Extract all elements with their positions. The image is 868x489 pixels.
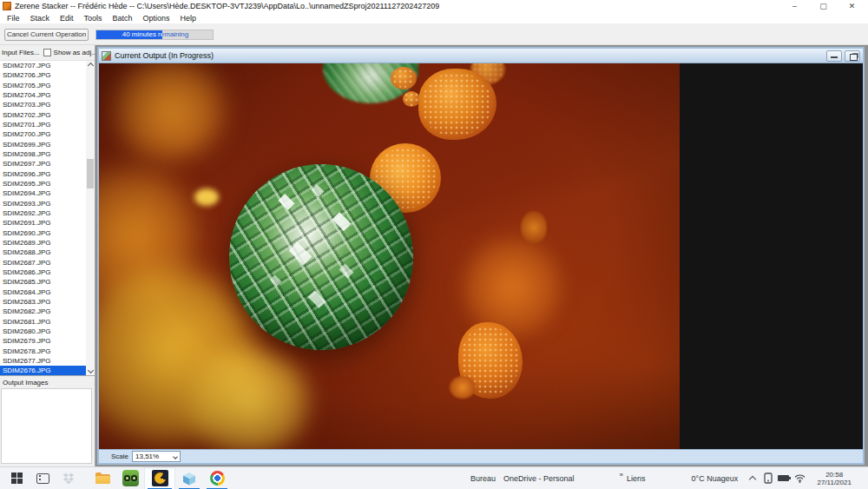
list-item[interactable]: SDIM2705.JPG [0, 81, 95, 90]
scrollbar-thumb[interactable] [87, 159, 94, 188]
taskbar-cube-app-button[interactable] [175, 467, 203, 489]
minimize-button[interactable]: – [780, 0, 809, 12]
list-item[interactable]: SDIM2683.JPG [0, 297, 95, 307]
show-as-adjusted-label: Show as adj... [54, 49, 97, 56]
tray-date: 27/11/2021 [817, 479, 851, 486]
photo-bokeh-blob [104, 63, 234, 161]
binoculars-app-icon [122, 470, 139, 486]
list-item[interactable]: SDIM2678.JPG [0, 347, 95, 356]
your-phone-tray-button[interactable] [760, 467, 775, 489]
phone-icon [764, 472, 773, 484]
toolbar-overflow-chevron[interactable]: » [620, 471, 623, 479]
output-images-list[interactable] [1, 388, 92, 464]
scroll-down-icon[interactable] [86, 367, 95, 375]
input-files-header: Input Files... Show as adj... [0, 45, 95, 60]
list-item[interactable]: SDIM2682.JPG [0, 307, 95, 316]
list-item[interactable]: SDIM2679.JPG [0, 336, 95, 346]
list-item[interactable]: SDIM2706.JPG [0, 70, 95, 80]
photo-orange-cluster [418, 69, 496, 140]
weather-text[interactable]: 0°C Nuageux [692, 474, 739, 483]
list-item[interactable]: SDIM2686.JPG [0, 268, 95, 277]
current-output-titlebar[interactable]: Current Output (In Progress) [99, 49, 863, 63]
list-item[interactable]: SDIM2694.JPG [0, 188, 95, 198]
title-bar: Zerene Stacker -- Frédéric Hède -- C:\Us… [0, 0, 868, 12]
photo-orange-nodule [403, 91, 420, 107]
taskbar-media-app-button[interactable] [30, 467, 56, 489]
cancel-current-operation-button[interactable]: Cancel Current Operation [4, 29, 89, 41]
battery-tray-button[interactable] [775, 467, 792, 489]
input-file-list[interactable]: SDIM2707.JPGSDIM2706.JPGSDIM2705.JPGSDIM… [0, 60, 95, 375]
menu-item-help[interactable]: Help [175, 12, 202, 24]
list-item[interactable]: SDIM2699.JPG [0, 140, 95, 149]
tray-time: 20:58 [817, 471, 851, 479]
list-item[interactable]: SDIM2693.JPG [0, 199, 95, 208]
chevron-down-icon [173, 454, 178, 459]
taskbar-file-explorer-button[interactable] [89, 467, 116, 489]
list-item[interactable]: SDIM2691.JPG [0, 218, 95, 228]
list-item[interactable]: SDIM2685.JPG [0, 277, 95, 287]
list-item[interactable]: SDIM2698.JPG [0, 149, 95, 159]
close-button[interactable]: ✕ [838, 0, 866, 12]
list-item[interactable]: SDIM2695.JPG [0, 179, 95, 188]
zerene-stacker-icon [152, 470, 168, 486]
network-tray-button[interactable] [792, 467, 808, 489]
wifi-icon [794, 473, 806, 483]
list-item[interactable]: SDIM2696.JPG [0, 169, 95, 179]
photo-bokeh-blob [194, 188, 219, 206]
list-item[interactable]: SDIM2676.JPG [0, 366, 95, 375]
onedrive-label[interactable]: OneDrive - Personal [503, 474, 575, 483]
menu-item-file[interactable]: File [2, 12, 25, 24]
action-center-button[interactable] [862, 467, 868, 489]
input-files-panel: Input Files... Show as adj... SDIM2707.J… [0, 45, 95, 466]
list-item[interactable]: SDIM2703.JPG [0, 100, 95, 109]
menu-item-batch[interactable]: Batch [108, 12, 138, 24]
list-item[interactable]: SDIM2704.JPG [0, 90, 95, 100]
list-item[interactable]: SDIM2688.JPG [0, 248, 95, 257]
list-item[interactable]: SDIM2701.JPG [0, 120, 95, 129]
child-restore-button[interactable] [845, 50, 860, 62]
list-item[interactable]: SDIM2692.JPG [0, 208, 95, 218]
bureau-toolbar[interactable]: Bureau [470, 474, 496, 483]
taskbar-chrome-button[interactable] [203, 467, 231, 489]
list-item[interactable]: SDIM2702.JPG [0, 110, 95, 120]
toolbar: Cancel Current Operation 40 minutes rema… [0, 24, 868, 45]
list-item[interactable]: SDIM2690.JPG [0, 228, 95, 238]
hidden-icons-button[interactable] [745, 467, 760, 489]
menu-item-tools[interactable]: Tools [79, 12, 108, 24]
scale-select[interactable]: 13,51% [132, 451, 181, 462]
window-title: Zerene Stacker -- Frédéric Hède -- C:\Us… [15, 2, 439, 10]
scrollbar-track[interactable] [86, 69, 95, 367]
list-item[interactable]: SDIM2687.JPG [0, 258, 95, 268]
list-item[interactable]: SDIM2689.JPG [0, 238, 95, 248]
taskbar-dropbox-button[interactable] [56, 467, 82, 489]
list-item[interactable]: SDIM2677.JPG [0, 356, 95, 366]
taskbar: Bureau OneDrive - Personal » Liens 0°C N… [0, 466, 868, 489]
list-item[interactable]: SDIM2680.JPG [0, 327, 95, 336]
taskbar-binoculars-app-button[interactable] [116, 467, 144, 489]
menu-bar: FileStackEditToolsBatchOptionsHelp [0, 12, 868, 24]
windows-logo-icon [11, 472, 23, 484]
list-item[interactable]: SDIM2707.JPG [0, 61, 95, 70]
menu-item-options[interactable]: Options [138, 12, 175, 24]
list-item[interactable]: SDIM2681.JPG [0, 317, 95, 327]
list-item[interactable]: SDIM2697.JPG [0, 159, 95, 169]
scroll-up-icon[interactable] [86, 61, 95, 69]
image-background-fill [680, 63, 863, 449]
maximize-button[interactable]: ▢ [809, 0, 838, 12]
list-item[interactable]: SDIM2684.JPG [0, 287, 95, 297]
progress-text-overlay: 40 minutes remaining [96, 30, 162, 39]
clock-tray-button[interactable]: 20:58 27/11/2021 [812, 467, 857, 489]
zerene-stacker-window: Zerene Stacker -- Frédéric Hède -- C:\Us… [0, 0, 868, 489]
show-as-adjusted-checkbox[interactable] [43, 49, 51, 56]
file-list-scrollbar[interactable] [86, 61, 95, 375]
current-output-image [99, 63, 680, 449]
list-item[interactable]: SDIM2700.JPG [0, 129, 95, 139]
liens-toolbar[interactable]: Liens [627, 474, 646, 483]
menu-item-edit[interactable]: Edit [55, 12, 79, 24]
image-icon [102, 51, 111, 61]
start-button[interactable] [3, 467, 30, 489]
taskbar-zerene-stacker-button[interactable] [144, 467, 175, 489]
menu-item-stack[interactable]: Stack [25, 12, 56, 24]
child-minimize-button[interactable] [826, 50, 842, 62]
photo-green-crystal-sphere [229, 164, 413, 350]
